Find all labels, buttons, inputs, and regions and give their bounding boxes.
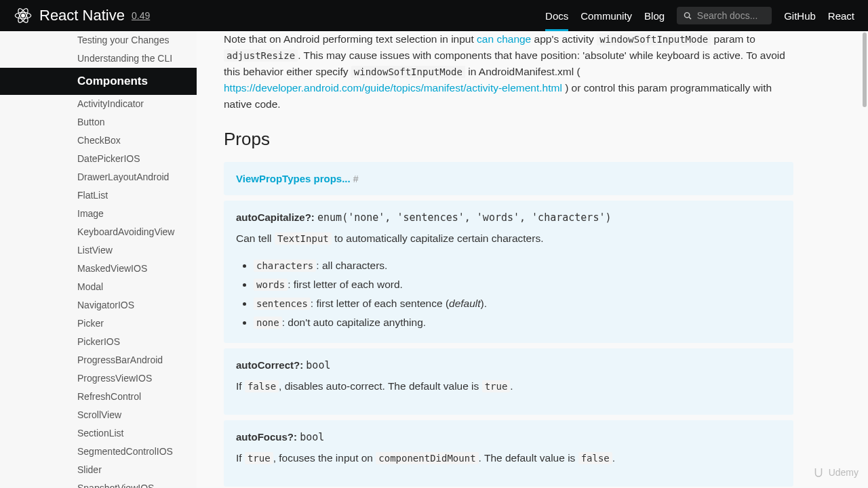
svg-point-0 — [22, 14, 25, 18]
sidebar-item[interactable]: SectionList — [72, 424, 197, 443]
intro-paragraph: Note that on Android performing text sel… — [224, 31, 793, 113]
sidebar-item[interactable]: ListView — [72, 241, 197, 260]
sidebar-item[interactable]: Understanding the CLI — [72, 49, 197, 68]
sidebar-item[interactable]: Picker — [72, 314, 197, 333]
udemy-watermark: Udemy — [812, 466, 859, 479]
prop-desc: If true, focuses the input on componentD… — [236, 450, 781, 466]
sidebar-item[interactable]: Modal — [72, 278, 197, 296]
nav-community[interactable]: Community — [580, 10, 632, 22]
nav-bar: Docs Community Blog GitHub React — [545, 1, 854, 31]
sidebar-item[interactable]: NavigatorIOS — [72, 296, 197, 314]
sidebar-item[interactable]: SegmentedControlIOS — [72, 443, 197, 461]
udemy-logo-icon — [812, 466, 825, 479]
viewproptypes-link[interactable]: ViewPropTypes props... — [236, 173, 351, 184]
version-link[interactable]: 0.49 — [132, 10, 150, 21]
sidebar-item[interactable]: PickerIOS — [72, 333, 197, 351]
sidebar-item[interactable]: ProgressViewIOS — [72, 369, 197, 388]
autofocus-block: autoFocus?: bool If true, focuses the in… — [224, 420, 793, 487]
search-input[interactable] — [697, 10, 765, 21]
hash-icon[interactable]: # — [353, 174, 359, 184]
sidebar-item[interactable]: ProgressBarAndroid — [72, 351, 197, 369]
sidebar-item[interactable]: MaskedViewIOS — [72, 260, 197, 278]
sidebar-item[interactable]: Button — [72, 113, 197, 131]
code-adjust: adjustResize — [224, 49, 298, 62]
autocorrect-block: autoCorrect?: bool If false, disables au… — [224, 348, 793, 415]
content-area: Note that on Android performing text sel… — [197, 31, 821, 488]
sidebar-item[interactable]: Slider — [72, 461, 197, 479]
sidebar-item[interactable]: DrawerLayoutAndroid — [72, 168, 197, 186]
sidebar-item[interactable]: SnapshotViewIOS — [72, 479, 197, 488]
sidebar-item[interactable]: ActivityIndicator — [72, 95, 197, 113]
sidebar-item[interactable]: DatePickerIOS — [72, 150, 197, 168]
sidebar[interactable]: Testing your Changes Understanding the C… — [0, 31, 197, 488]
svg-line-5 — [689, 17, 691, 19]
nav-blog[interactable]: Blog — [644, 10, 665, 22]
nav-github[interactable]: GitHub — [784, 10, 816, 22]
prop-desc: Can tell TextInput to automatically capi… — [236, 230, 781, 247]
list-item: characters: all characters. — [254, 256, 781, 275]
prop-signature: autoCapitalize?: enum('none', 'sentences… — [236, 211, 781, 224]
sidebar-item[interactable]: Testing your Changes — [72, 31, 197, 49]
can-change-link[interactable]: can change — [477, 33, 531, 45]
sidebar-section-components[interactable]: Components — [0, 68, 197, 95]
nav-docs[interactable]: Docs — [545, 1, 568, 31]
prop-signature: autoFocus?: bool — [236, 431, 781, 443]
list-item: none: don't auto capitalize anything. — [254, 313, 781, 332]
sidebar-item[interactable]: RefreshControl — [72, 388, 197, 406]
nav-react[interactable]: React — [828, 10, 854, 22]
android-manifest-link[interactable]: https://developer.android.com/guide/topi… — [224, 82, 562, 94]
sidebar-item[interactable]: FlatList — [72, 186, 197, 205]
viewproptypes-block: ViewPropTypes props...# — [224, 162, 793, 195]
props-heading: Props — [224, 129, 793, 150]
search-icon — [684, 11, 692, 20]
scrollbar-thumb[interactable] — [863, 33, 867, 107]
sidebar-item[interactable]: Image — [72, 205, 197, 223]
code-wsim2: windowSoftInputMode — [351, 66, 465, 78]
brand-area[interactable]: React Native 0.49 — [14, 6, 150, 25]
brand-name: React Native — [39, 7, 125, 24]
autocap-list: characters: all characters. words: first… — [254, 256, 781, 332]
autocapitalize-block: autoCapitalize?: enum('none', 'sentences… — [224, 201, 793, 343]
search-box[interactable] — [677, 7, 772, 24]
list-item: sentences: first letter of each sentence… — [254, 294, 781, 313]
prop-signature: autoCorrect?: bool — [236, 359, 781, 371]
sidebar-item[interactable]: CheckBox — [72, 131, 197, 150]
react-logo-icon — [14, 6, 33, 25]
prop-desc: If false, disables auto-correct. The def… — [236, 378, 781, 394]
top-header: React Native 0.49 Docs Community Blog Gi… — [0, 0, 868, 31]
sidebar-item[interactable]: ScrollView — [72, 406, 197, 424]
list-item: words: first letter of each word. — [254, 275, 781, 294]
sidebar-item[interactable]: KeyboardAvoidingView — [72, 223, 197, 241]
svg-point-4 — [685, 13, 690, 18]
code-wsim: windowSoftInputMode — [597, 33, 711, 45]
